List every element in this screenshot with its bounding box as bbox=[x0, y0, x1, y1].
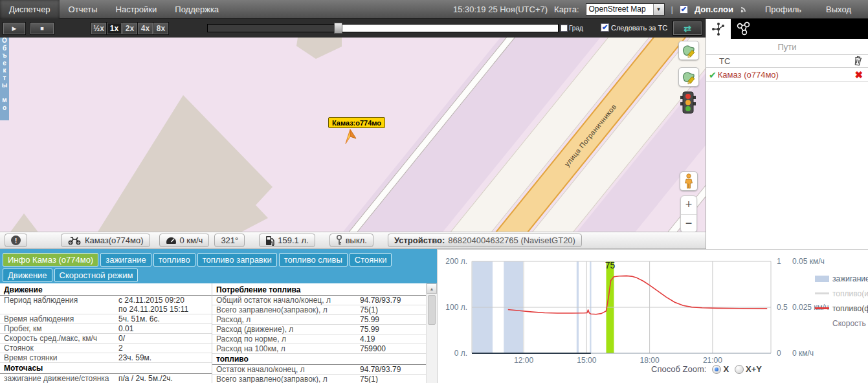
menu-settings[interactable]: Настройки bbox=[107, 0, 166, 19]
tab-fuel[interactable]: топливо bbox=[153, 253, 195, 267]
legend-item-speed[interactable]: Скорость bbox=[815, 316, 868, 331]
speed-half[interactable]: ½x bbox=[91, 23, 106, 34]
table-row: Общий остаток начало/конец, л94.78/93.79 bbox=[212, 296, 426, 305]
legend-swatch bbox=[815, 307, 829, 309]
remove-route-icon[interactable]: ✖ bbox=[854, 69, 863, 81]
draw-route-button[interactable] bbox=[678, 41, 699, 60]
route-list-item[interactable]: ✔ Камаз (о774мо) ✖ bbox=[706, 68, 868, 82]
tab-movement[interactable]: Движение bbox=[3, 268, 52, 282]
speed-8x[interactable]: 8x bbox=[153, 23, 168, 34]
scroll-up-button[interactable]: ▲ bbox=[427, 283, 437, 294]
menu-reports[interactable]: Отчеты bbox=[60, 0, 107, 19]
stop-button[interactable]: ■ bbox=[30, 23, 54, 34]
table-row: Расход (движение), л75.99 bbox=[212, 325, 426, 334]
zoom-mode-xy[interactable]: X+Y bbox=[735, 364, 762, 374]
zoom-out-button[interactable]: − bbox=[681, 215, 696, 232]
node-tree-icon bbox=[711, 22, 726, 36]
tab-ignition[interactable]: зажигание bbox=[100, 253, 151, 267]
tab-fuel-fills[interactable]: топливо заправки bbox=[197, 253, 277, 267]
svg-text:0.5: 0.5 bbox=[777, 303, 788, 312]
speed-1x[interactable]: 1x bbox=[107, 23, 122, 34]
routes-panel-tabs bbox=[706, 19, 868, 39]
vehicle-name-button[interactable]: Камаз(о774мо) bbox=[61, 234, 150, 247]
info-tabs-area: Инфо Камаз (о774мо) зажигание топливо то… bbox=[0, 249, 437, 283]
playback-toolbar: ▶ ■ ½x 1x 2x 4x 8x Град ✔ Следовать за Т… bbox=[0, 19, 706, 38]
tab-info[interactable]: Инфо Камаз (о774мо) bbox=[3, 253, 98, 267]
play-button[interactable]: ▶ bbox=[3, 23, 25, 34]
vehicle-status-bar: ! Камаз(о774мо) 0 км/ч 321° bbox=[0, 232, 706, 249]
app-window: Диспетчер Отчеты Настройки Поддержка 15:… bbox=[0, 0, 868, 383]
menu-dispatcher[interactable]: Диспетчер bbox=[0, 0, 60, 19]
table-row: Пробег, км0.01 bbox=[0, 324, 212, 334]
area-edit-icon bbox=[681, 69, 696, 85]
svg-text:15:00: 15:00 bbox=[577, 356, 596, 365]
street-view-button[interactable] bbox=[680, 171, 698, 191]
delete-all-icon[interactable] bbox=[853, 55, 863, 68]
map-canvas[interactable]: улица Пограничников О б ъ е к т ы м о Ка… bbox=[0, 38, 706, 232]
legend-item-ignition[interactable]: зажигание bbox=[815, 271, 868, 286]
chevron-down-icon[interactable]: ▼ bbox=[653, 4, 664, 15]
chart-plot[interactable]: 12:0015:0018:0021:00200 л.10.05 км/ч100 … bbox=[438, 250, 868, 383]
speed-4x[interactable]: 4x bbox=[138, 23, 153, 34]
legend-item-fuel-f[interactable]: топливо(ф) bbox=[815, 301, 868, 316]
table-row: Время стоянки23ч. 59м. bbox=[0, 353, 212, 363]
section-header: топливо bbox=[212, 354, 426, 365]
alerts-button[interactable]: ! bbox=[5, 234, 27, 247]
draw-area-button[interactable] bbox=[678, 67, 699, 87]
timeline-slider[interactable] bbox=[207, 24, 559, 32]
zoom-in-button[interactable]: + bbox=[681, 196, 696, 215]
vehicle-map-label[interactable]: Камаз:о774мо bbox=[328, 117, 385, 128]
table-row: Время наблюдения5ч. 51м. 6с. bbox=[0, 314, 212, 324]
grad-checkbox[interactable] bbox=[561, 25, 568, 32]
ignition-button[interactable]: выкл. bbox=[329, 234, 373, 247]
fuel-chart[interactable]: 12:0015:0018:0021:00200 л.10.05 км/ч100 … bbox=[437, 249, 868, 383]
grad-label: Град bbox=[569, 25, 583, 32]
vehicle-icon bbox=[67, 236, 82, 245]
zoom-mode-x[interactable]: X bbox=[712, 364, 729, 374]
table-row: Всего заправлено(заправок), л75(1) bbox=[212, 375, 426, 383]
legend-item-fuel-i[interactable]: топливо(и) bbox=[815, 286, 868, 301]
separator: | bbox=[671, 5, 673, 14]
speed-button[interactable]: 0 км/ч bbox=[159, 234, 210, 247]
tab-fuel-drains[interactable]: топливо сливы bbox=[279, 253, 348, 267]
swap-view-button[interactable]: ⇄ bbox=[673, 21, 702, 35]
course-button[interactable]: 321° bbox=[214, 234, 245, 247]
rss-icon[interactable] bbox=[740, 4, 750, 15]
tab-speed-mode[interactable]: Скоростной режим bbox=[54, 268, 139, 282]
timeline-handle[interactable] bbox=[334, 23, 342, 34]
fuel-button[interactable]: 159.1 л. bbox=[259, 234, 315, 247]
legend-swatch bbox=[815, 292, 829, 294]
vehicle-marker-icon[interactable] bbox=[342, 128, 359, 148]
routes-column-label: ТС bbox=[719, 56, 730, 66]
svg-text:0: 0 bbox=[777, 349, 781, 358]
table-scrollbar[interactable]: ▲ bbox=[426, 283, 437, 383]
menu-logout[interactable]: Выход bbox=[817, 0, 860, 19]
routes-header-row: ТС bbox=[706, 54, 868, 68]
device-button[interactable]: Устройство: 868204004632765 (NavisetGT20… bbox=[388, 234, 582, 247]
table-row: Расход на 100км, л759900 bbox=[212, 344, 426, 354]
speed-2x[interactable]: 2x bbox=[122, 23, 137, 34]
tab-stops[interactable]: Стоянки bbox=[350, 253, 392, 267]
layers-checkbox[interactable]: ✔ bbox=[680, 5, 688, 14]
svg-text:0.05 км/ч: 0.05 км/ч bbox=[792, 257, 825, 266]
map-type-select[interactable]: OpenStreet Map ▼ bbox=[586, 3, 665, 16]
movement-table: Движение Период наблюденияс 24.11.2015 0… bbox=[0, 283, 212, 383]
section-header: Моточасы bbox=[0, 363, 212, 374]
menu-support[interactable]: Поддержка bbox=[166, 0, 228, 19]
radio-xy[interactable] bbox=[735, 365, 744, 374]
fuel-table: Потребление топлива Общий остаток начало… bbox=[212, 283, 426, 383]
tab-tracker-tree[interactable] bbox=[706, 19, 731, 39]
route-vehicle-name[interactable]: Камаз (о774мо) bbox=[718, 70, 854, 80]
zoom-mode-control: Способ Zoom: X X+Y bbox=[651, 364, 762, 374]
radio-x[interactable] bbox=[712, 365, 721, 374]
tab-routes-graph[interactable] bbox=[731, 19, 757, 39]
scroll-thumb[interactable] bbox=[428, 295, 436, 325]
layers-label: Доп.слои bbox=[695, 5, 733, 14]
objects-panel-tab[interactable]: О б ъ е к т ы м о bbox=[0, 38, 9, 120]
follow-checkbox[interactable]: ✔ bbox=[601, 23, 609, 32]
top-menu-bar: Диспетчер Отчеты Настройки Поддержка 15:… bbox=[0, 0, 868, 19]
traffic-light-icon[interactable] bbox=[680, 91, 696, 117]
menu-profile[interactable]: Профиль bbox=[756, 0, 810, 19]
map-type-value: OpenStreet Map bbox=[586, 5, 653, 14]
routes-panel: Пути ТС ✔ Камаз (о774мо) ✖ bbox=[706, 19, 868, 249]
